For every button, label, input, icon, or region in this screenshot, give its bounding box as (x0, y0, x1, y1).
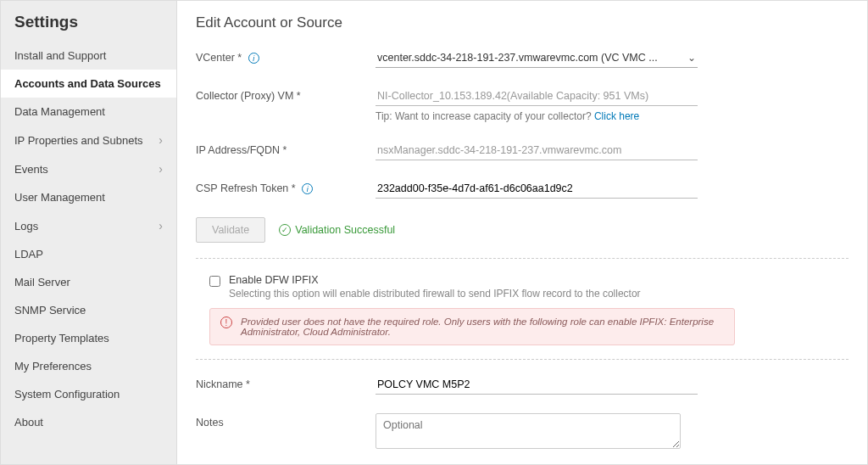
alert-text: Provided user does not have the required… (241, 317, 724, 337)
sidebar-title: Settings (1, 1, 176, 42)
info-icon[interactable]: i (302, 183, 313, 194)
sidebar-item-user-management[interactable]: User Management (1, 183, 176, 211)
vcenter-select[interactable]: vcenter.sddc-34-218-191-237.vmwarevmc.co… (376, 48, 698, 68)
sidebar-item-label: Install and Support (14, 49, 106, 62)
sidebar-item-label: System Configuration (14, 388, 120, 401)
ipfix-desc: Selecting this option will enable distri… (229, 288, 641, 300)
sidebar-item-label: IP Properties and Subnets (14, 134, 143, 147)
chevron-right-icon: › (159, 219, 163, 232)
sidebar-item-label: Data Management (14, 105, 105, 118)
vcenter-label: VCenter * i (196, 48, 376, 64)
sidebar-item-accounts-data-sources[interactable]: Accounts and Data Sources (1, 70, 176, 98)
sidebar-item-label: User Management (14, 191, 105, 204)
validate-button: Validate (196, 217, 265, 243)
sidebar-item-property-templates[interactable]: Property Templates (1, 324, 176, 352)
sidebar-item-label: My Preferences (14, 360, 92, 373)
settings-sidebar: Settings Install and Support Accounts an… (1, 1, 177, 464)
sidebar-item-label: About (14, 416, 43, 429)
info-icon[interactable]: i (248, 53, 259, 64)
increase-capacity-link[interactable]: Click here (594, 110, 639, 122)
sidebar-item-events[interactable]: Events › (1, 154, 176, 183)
enable-dfw-ipfix-checkbox[interactable] (209, 276, 220, 287)
csp-token-input[interactable] (376, 179, 698, 199)
sidebar-item-label: SNMP Service (14, 304, 86, 317)
chevron-down-icon: ⌄ (687, 52, 696, 64)
ipfix-label: Enable DFW IPFIX (229, 274, 641, 286)
collector-tip: Tip: Want to increase capacity of your c… (376, 110, 698, 122)
sidebar-item-system-configuration[interactable]: System Configuration (1, 380, 176, 408)
separator (196, 359, 849, 360)
role-alert: ! Provided user does not have the requir… (209, 308, 735, 345)
nickname-label: Nickname * (196, 375, 376, 390)
nickname-input[interactable] (376, 375, 698, 395)
sidebar-item-label: Mail Server (14, 276, 70, 289)
sidebar-item-label: Accounts and Data Sources (14, 77, 161, 90)
chevron-right-icon: › (159, 133, 163, 147)
collector-label: Collector (Proxy) VM * (196, 87, 376, 102)
validation-status: ✓ Validation Successful (279, 224, 395, 236)
sidebar-item-label: Events (14, 163, 48, 176)
sidebar-item-label: Logs (14, 220, 38, 232)
page-title: Edit Account or Source (196, 14, 849, 31)
sidebar-item-ldap[interactable]: LDAP (1, 240, 176, 268)
sidebar-item-mail-server[interactable]: Mail Server (1, 268, 176, 296)
sidebar-item-about[interactable]: About (1, 408, 176, 436)
notes-textarea[interactable] (376, 413, 681, 449)
vcenter-value: vcenter.sddc-34-218-191-237.vmwarevmc.co… (377, 52, 658, 64)
sidebar-item-label: Property Templates (14, 332, 109, 345)
sidebar-item-logs[interactable]: Logs › (1, 211, 176, 240)
ip-input (376, 141, 698, 160)
chevron-right-icon: › (159, 162, 163, 176)
separator (196, 258, 849, 259)
alert-icon: ! (220, 317, 232, 328)
sidebar-item-data-management[interactable]: Data Management (1, 98, 176, 126)
sidebar-item-label: LDAP (14, 248, 43, 261)
check-circle-icon: ✓ (279, 224, 291, 236)
csp-label: CSP Refresh Token * i (196, 179, 376, 194)
notes-label: Notes (196, 413, 376, 429)
collector-input (376, 87, 698, 106)
sidebar-item-snmp-service[interactable]: SNMP Service (1, 296, 176, 324)
sidebar-item-install-support[interactable]: Install and Support (1, 42, 176, 70)
sidebar-item-my-preferences[interactable]: My Preferences (1, 352, 176, 380)
ip-label: IP Address/FQDN * (196, 141, 376, 156)
sidebar-item-ip-properties[interactable]: IP Properties and Subnets › (1, 126, 176, 154)
main-panel: Edit Account or Source VCenter * i vcent… (177, 1, 867, 464)
